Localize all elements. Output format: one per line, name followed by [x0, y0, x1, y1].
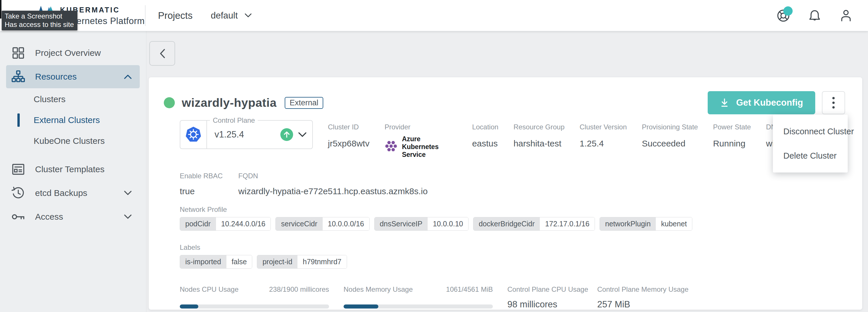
cluster-actions: Get Kubeconfig	[708, 91, 845, 114]
detail-value: harshita-test	[514, 139, 564, 148]
sidebar: Project Overview Resources	[0, 31, 146, 312]
chevron-up-icon	[124, 74, 132, 79]
chip-project-id: project-idh79tnmhrd7	[257, 255, 347, 269]
detail-resource-group: Resource Group harshita-test	[514, 120, 564, 148]
detail-provider: Provider	[384, 120, 457, 159]
user-menu-button[interactable]	[839, 9, 853, 23]
metric-label: Nodes Memory Usage	[344, 285, 413, 293]
cluster-name: wizardly-hypatia	[182, 96, 277, 110]
sidebar-spacer	[0, 151, 146, 158]
back-button[interactable]	[149, 41, 175, 66]
chip-value: h79tnmhrd7	[298, 255, 346, 268]
upgrade-available-icon[interactable]	[280, 128, 293, 141]
main-content: wizardly-hypatia External Get Kubeconfig	[146, 31, 868, 312]
notifications-button[interactable]	[808, 9, 822, 23]
control-plane-version-control[interactable]: Control Plane	[180, 120, 313, 149]
sidebar-item-label: Clusters	[34, 94, 65, 104]
sidebar-item-resources[interactable]: Resources	[6, 65, 140, 88]
metric-label: Nodes CPU Usage	[180, 285, 239, 293]
detail-fqdn: FQDN wizardly-hypatia-e772e511.hcp.eastu…	[238, 172, 428, 196]
chip-value: false	[226, 255, 252, 268]
grid-icon	[11, 46, 25, 60]
metric-value: 98 millicores	[507, 299, 583, 310]
sidebar-item-label: Resources	[35, 72, 76, 81]
menu-item-disconnect-cluster[interactable]: Disconnect Cluster	[773, 119, 848, 144]
detail-power-state: Power State Running	[713, 120, 751, 148]
detail-cluster-version: Cluster Version 1.25.4	[580, 120, 627, 148]
detail-value: jr5xp68wtv	[328, 139, 369, 148]
sidebar-item-label: External Clusters	[34, 115, 100, 125]
detail-value: true	[180, 186, 223, 196]
chip-key: networkPlugin	[600, 217, 656, 231]
external-badge: External	[285, 97, 323, 109]
sidebar-item-project-overview[interactable]: Project Overview	[6, 41, 140, 65]
chip-key: serviceCidr	[276, 217, 322, 231]
cluster-context-menu: Disconnect Cluster Delete Cluster	[773, 115, 848, 173]
labels-chips: is-importedfalse project-idh79tnmhrd7	[180, 255, 850, 269]
history-icon	[11, 186, 25, 200]
control-plane-version: v1.25.4	[215, 129, 244, 140]
sidebar-item-label: etcd Backups	[35, 188, 87, 198]
metric-nodes-cpu: Nodes CPU Usage 238/1900 millicores	[180, 285, 329, 310]
chip-value: 172.17.0.1/16	[540, 217, 595, 231]
tooltip-title: Take a Screenshot	[5, 12, 74, 20]
rbac-fqdn-row: Enable RBAC true FQDN wizardly-hypatia-e…	[180, 172, 850, 196]
detail-value: 1.25.4	[580, 139, 627, 148]
chevron-down-icon[interactable]	[298, 132, 306, 137]
help-button[interactable]	[776, 9, 790, 23]
sidebar-item-label: Project Overview	[35, 48, 101, 58]
template-card-icon	[11, 162, 25, 176]
download-icon	[720, 98, 729, 107]
metrics-row: Nodes CPU Usage 238/1900 millicores Node…	[180, 285, 850, 310]
chip-dnsserviceip: dnsServiceIP10.0.0.10	[374, 217, 469, 231]
chip-key: dnsServiceIP	[375, 217, 428, 231]
chip-value: kubenet	[656, 217, 692, 231]
chip-key: project-id	[257, 255, 298, 268]
chip-key: dockerBridgeCidr	[473, 217, 540, 231]
detail-enable-rbac: Enable RBAC true	[180, 172, 223, 196]
selection-bar	[18, 113, 20, 127]
chevron-down-icon	[124, 191, 132, 195]
screen-edge-artifact	[0, 0, 1, 19]
sidebar-item-clusters[interactable]: Clusters	[6, 89, 140, 110]
help-notification-dot	[783, 6, 793, 15]
sidebar-item-access[interactable]: Access	[6, 205, 140, 228]
metric-label: Control Plane Memory Usage	[597, 285, 673, 293]
detail-label: Enable RBAC	[180, 172, 223, 180]
cluster-detail-card: wizardly-hypatia External Get Kubeconfig	[149, 77, 862, 310]
metric-usage: 1061/4561 MiB	[446, 285, 493, 293]
get-kubeconfig-button[interactable]: Get Kubeconfig	[708, 91, 815, 114]
header-icons	[776, 0, 853, 31]
detail-value: Azure Kubernetes Service	[402, 135, 457, 159]
chip-podcidr: podCidr10.244.0.0/16	[180, 217, 271, 231]
detail-provisioning-state: Provisioning State Succeeded	[642, 120, 698, 148]
section-label: Network Profile	[180, 206, 850, 214]
key-icon	[11, 210, 25, 224]
menu-item-delete-cluster[interactable]: Delete Cluster	[773, 144, 848, 168]
detail-label: Cluster Version	[580, 123, 627, 131]
detail-label: Power State	[713, 123, 751, 131]
metric-control-plane-cpu: Control Plane CPU Usage 98 millicores	[507, 285, 583, 310]
cluster-status-healthy-dot	[164, 97, 175, 108]
detail-label: Provider	[384, 123, 457, 131]
metric-usage: 238/1900 millicores	[269, 285, 329, 293]
kubermatic-app: KUBERMATIC Kubernetes Platform Take a Sc…	[0, 0, 868, 312]
progress-track	[180, 305, 329, 309]
detail-value: Succeeded	[642, 139, 698, 148]
kubernetes-logo-icon	[180, 121, 207, 148]
detail-value: Running	[713, 139, 751, 148]
cluster-more-actions-button[interactable]	[822, 91, 845, 114]
sidebar-item-external-clusters[interactable]: External Clusters	[6, 110, 140, 131]
sidebar-item-cluster-templates[interactable]: Cluster Templates	[6, 158, 140, 181]
project-selector-dropdown[interactable]: default	[211, 10, 252, 21]
browser-extension-tooltip: Take a Screenshot Has access to this sit…	[2, 11, 78, 30]
sidebar-item-kubeone-clusters[interactable]: KubeOne Clusters	[6, 131, 140, 151]
page-title: Projects	[158, 10, 192, 21]
sitemap-icon	[11, 70, 25, 84]
sidebar-item-etcd-backups[interactable]: etcd Backups	[6, 181, 140, 205]
progress-fill	[344, 305, 378, 309]
project-selector-value: default	[211, 10, 238, 21]
detail-label: Provisioning State	[642, 123, 698, 131]
chip-value: 10.244.0.0/16	[216, 217, 271, 231]
chevron-down-icon	[245, 13, 252, 18]
